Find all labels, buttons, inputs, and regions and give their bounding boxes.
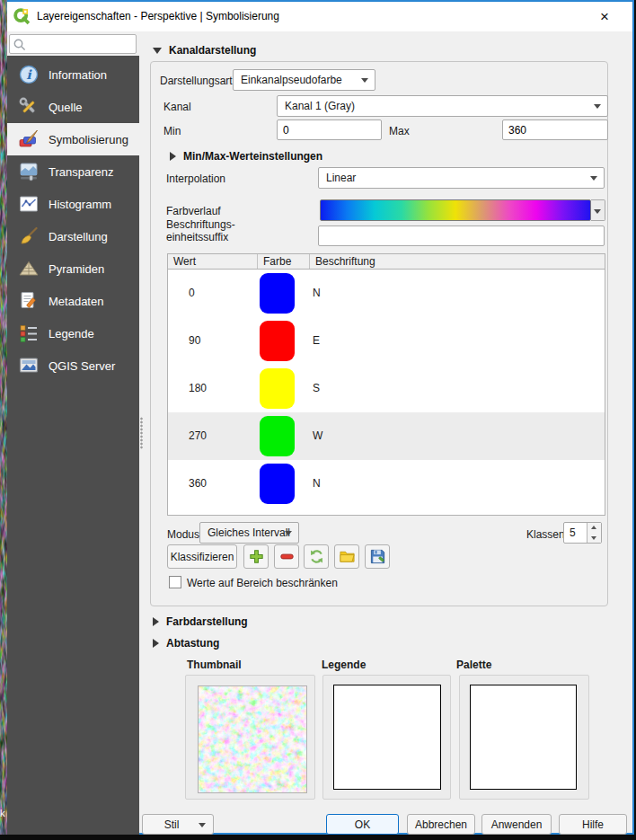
chevron-down-icon	[361, 78, 368, 83]
minus-icon	[278, 548, 296, 565]
legend-label: Legende	[322, 659, 366, 671]
mode-select[interactable]: Gleiches Intervall	[199, 522, 299, 544]
label-cell[interactable]: N	[313, 460, 321, 508]
value-cell[interactable]: 0	[189, 270, 195, 317]
render-type-select[interactable]: Einkanalpseudofarbe	[233, 69, 375, 91]
clip-values-label: Werte auf Bereich beschränken	[187, 577, 338, 589]
label-cell[interactable]: N	[313, 270, 321, 317]
broom-icon	[18, 225, 40, 247]
sidebar-item-qgis-server[interactable]: QGIS Server	[7, 349, 139, 382]
sidebar-item-pyramiden[interactable]: Pyramiden	[7, 252, 139, 285]
label-cell[interactable]: S	[313, 365, 320, 412]
color-ramp-dropdown-button[interactable]	[591, 199, 605, 221]
histogram-icon	[18, 193, 40, 215]
band-label: Kanal	[163, 101, 191, 113]
color-swatch[interactable]	[260, 273, 295, 314]
chevron-down-icon	[199, 823, 206, 827]
color-swatch[interactable]	[260, 368, 295, 409]
sidebar-item-legende[interactable]: Legende	[7, 317, 139, 349]
reload-values-button[interactable]	[304, 544, 329, 569]
table-row[interactable]: 90 E	[168, 317, 605, 365]
suffix-input[interactable]	[318, 225, 605, 246]
splitter-handle[interactable]	[140, 417, 143, 449]
label-cell[interactable]: W	[313, 412, 322, 460]
palette-panel	[459, 675, 589, 800]
color-swatch[interactable]	[260, 464, 295, 504]
min-input[interactable]	[277, 119, 382, 140]
tools-icon	[18, 96, 40, 118]
sidebar-item-transparenz[interactable]: Transparenz	[7, 155, 139, 188]
save-color-map-button[interactable]	[365, 544, 390, 569]
table-row[interactable]: 270 W	[168, 412, 605, 460]
interpolation-select[interactable]: Linear	[318, 167, 605, 189]
taskbar-strip	[0, 835, 636, 840]
symbology-icon	[18, 128, 40, 150]
search-input[interactable]	[28, 36, 136, 54]
spin-down-button[interactable]	[587, 533, 601, 543]
table-row[interactable]: 0 N	[168, 270, 605, 317]
table-header-row: Wert Farbe Beschriftung	[168, 254, 605, 270]
classes-label: Klassen	[526, 528, 565, 541]
close-button[interactable]: ×	[589, 5, 620, 28]
sidebar-item-label: Pyramiden	[49, 262, 104, 276]
sidebar-item-darstellung[interactable]: Darstellung	[7, 220, 139, 252]
save-disk-icon	[369, 548, 386, 565]
sidebar-item-quelle[interactable]: Quelle	[7, 91, 139, 123]
column-header-beschriftung: Beschriftung	[310, 254, 585, 269]
color-ramp-button[interactable]	[320, 199, 591, 221]
remove-entry-button[interactable]	[274, 544, 299, 569]
palette-label: Palette	[456, 659, 491, 671]
suffix-label-line2: einheitssuffix	[166, 231, 228, 243]
sidebar-item-metadaten[interactable]: Metadaten	[7, 285, 139, 317]
thumbnail-image	[198, 685, 307, 793]
section-abtastung[interactable]: Abtastung	[153, 637, 219, 650]
qgis-logo-icon	[13, 7, 31, 25]
clip-values-checkbox[interactable]	[169, 576, 181, 588]
classes-spinbox[interactable]: 5	[563, 522, 602, 544]
color-swatch[interactable]	[260, 416, 295, 456]
sidebar-item-information[interactable]: i Information	[7, 58, 139, 91]
table-row[interactable]: 360 N	[168, 460, 605, 508]
value-cell[interactable]: 270	[189, 412, 207, 460]
search-icon	[13, 38, 27, 52]
thumbnail-panel	[185, 675, 315, 800]
color-swatch[interactable]	[260, 321, 295, 361]
table-row[interactable]: 180 S	[168, 365, 605, 412]
classes-value[interactable]: 5	[570, 526, 576, 539]
apply-button[interactable]: Anwenden	[481, 814, 552, 835]
column-header-wert: Wert	[168, 254, 261, 269]
value-cell[interactable]: 90	[189, 317, 200, 365]
info-icon: i	[18, 64, 40, 85]
section-farbdarstellung[interactable]: Farbdarstellung	[153, 615, 248, 628]
load-color-map-button[interactable]	[334, 544, 359, 569]
section-minmax-settings[interactable]: Min/Max-Werteinstellungen	[170, 150, 322, 163]
section-kanaldarstellung[interactable]: Kanaldarstellung	[153, 44, 256, 57]
band-select[interactable]: Kanal 1 (Gray)	[277, 95, 608, 117]
sidebar-item-label: Metadaten	[49, 295, 103, 308]
plus-icon	[248, 548, 265, 565]
search-box[interactable]	[9, 34, 137, 54]
classify-button[interactable]: Klassifizieren	[167, 544, 237, 569]
value-cell[interactable]: 360	[189, 460, 207, 508]
classification-table[interactable]: Wert Farbe Beschriftung 0 N 90 E 180 S	[167, 253, 605, 516]
title-bar: Layereigenschaften - Perspektive | Symbo…	[7, 2, 632, 31]
mode-label: Modus	[167, 528, 199, 541]
layer-properties-dialog: Layereigenschaften - Perspektive | Symbo…	[7, 0, 634, 835]
add-entry-button[interactable]	[243, 544, 269, 569]
background-stray-text: k	[0, 808, 5, 818]
style-menu-button[interactable]: Stil	[142, 814, 214, 835]
pyramid-icon	[18, 258, 40, 279]
metadata-icon	[18, 290, 40, 312]
server-image-icon	[18, 355, 40, 376]
help-button[interactable]: Hilfe	[559, 814, 627, 835]
legend-icon	[18, 323, 40, 344]
max-input[interactable]	[502, 119, 608, 140]
ok-button[interactable]: OK	[326, 814, 399, 835]
sidebar-item-histogramm[interactable]: Histogramm	[7, 188, 139, 220]
cancel-button[interactable]: Abbrechen	[407, 814, 475, 835]
chevron-down-icon	[285, 531, 292, 535]
refresh-arrows-icon	[308, 548, 325, 565]
value-cell[interactable]: 180	[189, 365, 207, 412]
label-cell[interactable]: E	[313, 317, 320, 365]
sidebar-item-symbolisierung[interactable]: Symbolisierung	[7, 123, 139, 155]
